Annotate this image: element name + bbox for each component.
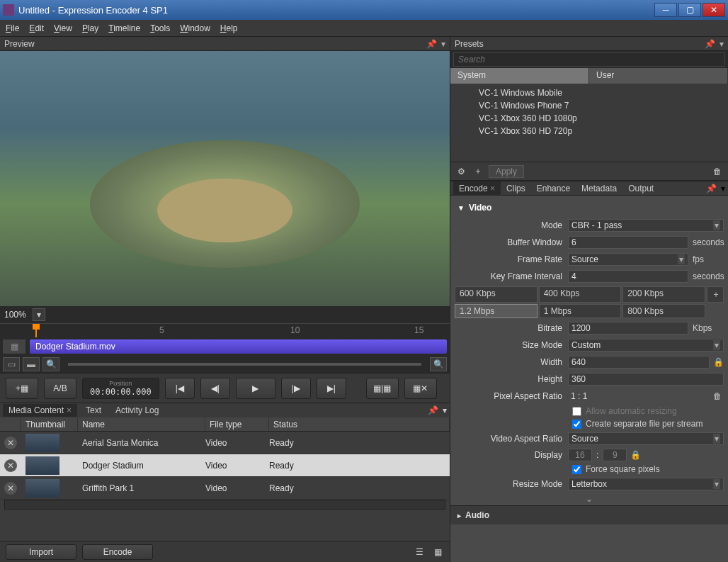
import-button[interactable]: Import	[6, 544, 76, 560]
tab-text[interactable]: Text	[80, 404, 107, 417]
remove-clip-button[interactable]: ▦✕	[404, 378, 437, 399]
zoom-out-button[interactable]: 🔍	[42, 357, 59, 371]
remove-item-button[interactable]: ✕	[4, 459, 17, 472]
playhead[interactable]	[35, 324, 37, 337]
audio-section-header[interactable]: Audio	[450, 505, 728, 524]
media-row[interactable]: ✕ Aerial Santa Monica Video Ready	[0, 432, 450, 454]
video-section-header[interactable]: Video	[450, 198, 728, 217]
preset-item[interactable]: VC-1 Xbox 360 HD 1080p	[479, 112, 728, 125]
bitrate-preset[interactable]: 400 Kbps	[539, 286, 622, 303]
bitrate-preset[interactable]: 200 Kbps	[622, 286, 705, 303]
preset-item[interactable]: VC-1 Xbox 360 HD 720p	[479, 125, 728, 137]
skip-end-button[interactable]: ▶|	[317, 378, 346, 399]
timeline-ruler[interactable]: 5 10 15	[0, 323, 450, 337]
step-forward-button[interactable]: |▶	[281, 378, 311, 399]
display-w-input[interactable]	[568, 449, 592, 461]
menu-edit[interactable]: Edit	[29, 23, 44, 33]
keyframe-input[interactable]	[568, 270, 688, 283]
menu-play[interactable]: Play	[82, 23, 98, 33]
preset-list[interactable]: VC-1 Windows Mobile VC-1 Windows Phone 7…	[450, 84, 728, 162]
remove-item-button[interactable]: ✕	[4, 437, 17, 449]
bitrate-input[interactable]	[568, 322, 688, 335]
tab-user-presets[interactable]: User	[589, 68, 728, 84]
menu-file[interactable]: File	[6, 23, 19, 33]
skip-start-button[interactable]: |◀	[165, 378, 195, 399]
list-view-icon[interactable]: ☰	[413, 546, 426, 558]
menu-window[interactable]: Window	[180, 23, 210, 33]
trash-icon[interactable]: 🗑	[711, 390, 724, 403]
bitrate-preset[interactable]: 800 Kbps	[622, 304, 705, 318]
width-input[interactable]	[568, 356, 710, 369]
step-back-button[interactable]: ◀|	[200, 378, 230, 399]
media-row[interactable]: ✕ Dodger Stadium Video Ready	[0, 454, 450, 477]
close-button[interactable]: ✕	[703, 3, 725, 17]
preset-item[interactable]: VC-1 Windows Phone 7	[479, 99, 728, 112]
timeline-clip[interactable]: Dodger Stadium.mov	[30, 339, 447, 354]
add-clip-button[interactable]: +▦	[6, 378, 38, 399]
grid-view-icon[interactable]: ▦	[431, 546, 444, 558]
height-input[interactable]	[568, 373, 724, 386]
play-button[interactable]: ▶	[236, 378, 275, 399]
chevron-down-icon[interactable]: ▾	[721, 184, 725, 193]
mode-select[interactable]: CBR - 1 pass	[568, 219, 724, 232]
tab-metadata[interactable]: Metadata	[576, 181, 622, 196]
preset-search-input[interactable]	[453, 52, 725, 67]
expand-more-icon[interactable]: ⌄	[450, 493, 728, 505]
pin-icon[interactable]: 📌	[428, 405, 438, 415]
framerate-select[interactable]: Source	[568, 253, 688, 266]
tab-encode[interactable]: Encode ×	[453, 181, 501, 196]
bitrate-preset[interactable]: 1.2 Mbps	[455, 304, 538, 318]
tab-media-content[interactable]: Media Content×	[3, 404, 77, 417]
marker-button[interactable]: ▬	[23, 357, 40, 371]
zoom-in-button[interactable]: 🔍	[430, 357, 447, 371]
menu-timeline[interactable]: Timeline	[108, 23, 140, 33]
lock-icon[interactable]: 🔒	[712, 356, 724, 368]
video-aspect-select[interactable]: Source	[568, 432, 724, 445]
close-tab-icon[interactable]: ×	[67, 405, 72, 415]
tab-system-presets[interactable]: System	[450, 68, 589, 84]
display-h-input[interactable]	[603, 449, 627, 461]
close-tab-icon[interactable]: ×	[490, 184, 495, 193]
col-filetype[interactable]: File type	[205, 417, 269, 431]
resize-mode-select[interactable]: Letterbox	[568, 478, 724, 490]
buffer-input[interactable]	[568, 236, 688, 249]
apply-preset-button[interactable]: Apply	[489, 165, 524, 178]
zoom-input[interactable]	[4, 310, 33, 320]
zoom-dropdown[interactable]: ▾	[33, 308, 45, 321]
pin-icon[interactable]: 📌	[426, 39, 437, 49]
separate-file-checkbox[interactable]	[572, 420, 581, 429]
sizemode-select[interactable]: Custom	[568, 339, 724, 352]
maximize-button[interactable]: ▢	[678, 3, 701, 17]
zoom-slider[interactable]	[68, 363, 421, 366]
chevron-down-icon[interactable]: ▾	[443, 405, 447, 415]
horizontal-scrollbar[interactable]	[4, 500, 445, 510]
ab-button[interactable]: A/B	[44, 378, 76, 399]
tab-clips[interactable]: Clips	[501, 181, 531, 196]
bitrate-preset[interactable]: 600 Kbps	[455, 286, 538, 303]
col-status[interactable]: Status	[269, 417, 450, 431]
col-thumbnail[interactable]: Thumbnail	[21, 417, 78, 431]
col-name[interactable]: Name	[78, 417, 205, 431]
split-clip-button[interactable]: ▦|▦	[366, 378, 399, 399]
add-bitrate-button[interactable]: ＋	[707, 286, 724, 303]
remove-item-button[interactable]: ✕	[4, 482, 17, 495]
bitrate-preset[interactable]: 1 Mbps	[539, 304, 622, 318]
snap-button[interactable]: ▭	[3, 357, 20, 371]
chevron-down-icon[interactable]: ▾	[441, 39, 445, 49]
add-icon[interactable]: ＋	[472, 165, 484, 178]
preview-viewport[interactable]	[0, 51, 450, 306]
preset-item[interactable]: VC-1 Windows Mobile	[479, 86, 728, 99]
menu-tools[interactable]: Tools	[150, 23, 170, 33]
allow-resizing-checkbox[interactable]	[572, 407, 581, 416]
trash-icon[interactable]: 🗑	[711, 165, 724, 178]
pin-icon[interactable]: 📌	[705, 39, 715, 49]
tab-enhance[interactable]: Enhance	[531, 181, 576, 196]
chevron-down-icon[interactable]: ▾	[720, 39, 724, 49]
encode-button[interactable]: Encode	[82, 544, 153, 560]
media-row[interactable]: ✕ Griffith Park 1 Video Ready	[0, 477, 450, 500]
tab-activity-log[interactable]: Activity Log	[110, 404, 164, 417]
pin-icon[interactable]: 📌	[706, 184, 717, 193]
menu-help[interactable]: Help	[220, 23, 238, 33]
force-square-checkbox[interactable]	[572, 465, 581, 474]
tab-output[interactable]: Output	[622, 181, 659, 196]
